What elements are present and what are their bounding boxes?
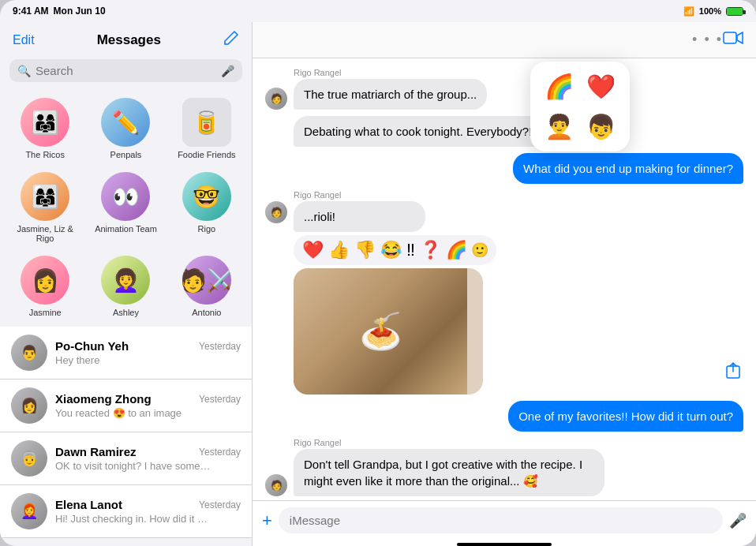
message-input[interactable]	[279, 507, 723, 533]
food-image	[294, 268, 467, 395]
sidebar: Edit Messages 🔍 🎤 👨‍👩‍👧 The Ricos ✏️	[0, 22, 253, 546]
reaction-popup: 🌈 ❤️ 🧑‍🦱 👦	[530, 62, 630, 151]
pinned-contact-foodie-friends[interactable]: 🥫 Foodie Friends	[168, 93, 245, 164]
contact-name-row-xiaomeng: Xiaomeng Zhong Yesterday	[55, 392, 241, 406]
contact-time-po-chun: Yesterday	[199, 341, 241, 352]
pinned-contact-the-ricos[interactable]: 👨‍👩‍👧 The Ricos	[6, 93, 84, 164]
message-6: Rigo Rangel 🧑 Don't tell Grandpa, but I …	[265, 438, 743, 496]
home-indicator	[457, 543, 552, 546]
react-smiley[interactable]: 🙂	[471, 241, 488, 259]
contact-info-elena: Elena Lanot Yesterday Hi! Just checking …	[55, 498, 241, 525]
contact-elena[interactable]: 👩‍🦰 Elena Lanot Yesterday Hi! Just check…	[0, 485, 252, 538]
pinned-name-rigo: Rigo	[198, 224, 216, 234]
contact-info-xiaomeng: Xiaomeng Zhong Yesterday You reacted 😍 t…	[55, 392, 241, 419]
reaction-person1[interactable]: 🧑‍🦱	[541, 110, 577, 144]
react-heart[interactable]: ❤️	[301, 239, 324, 261]
react-thumbsdown[interactable]: 👎	[354, 239, 376, 261]
share-button[interactable]	[723, 359, 743, 387]
bubble-2: Debating what to cook tonight. Everybody…	[294, 116, 561, 147]
sender-label-rigo: Rigo Rangel	[294, 68, 743, 77]
contact-name-xiaomeng: Xiaomeng Zhong	[55, 392, 152, 406]
battery-fill	[727, 8, 743, 15]
pinned-contact-antonio[interactable]: 🧑‍⚔️ Antonio	[168, 251, 245, 322]
sidebar-header: Edit Messages	[0, 22, 252, 54]
avatar-animation-team: 👀	[101, 172, 150, 221]
edit-button[interactable]: Edit	[13, 33, 35, 47]
avatar-xiaomeng: 👩	[11, 387, 47, 424]
search-icon: 🔍	[17, 65, 31, 77]
pinned-contact-penpals[interactable]: ✏️ Penpals	[87, 93, 164, 164]
bubble-3: What did you end up making for dinner?	[513, 153, 743, 184]
avatar-rigo: 🤓	[182, 172, 231, 221]
mic-icon[interactable]: 🎤	[221, 65, 234, 77]
sender-label-rigo-3: Rigo Rangel	[294, 438, 743, 447]
battery-bar	[726, 7, 743, 16]
reaction-person2[interactable]: 👦	[583, 110, 619, 144]
pinned-name-foodie-friends: Foodie Friends	[178, 150, 235, 159]
react-question[interactable]: ❓	[419, 239, 442, 261]
chat-panel: 🌈 ❤️ 🧑‍🦱 👦 • • • Rigo Rangel 🧑 Th	[253, 22, 756, 546]
pinned-contact-animation-team[interactable]: 👀 Animation Team	[87, 167, 164, 248]
pinned-name-the-ricos: The Ricos	[25, 150, 65, 159]
pinned-contact-jasmine-liz-rigo[interactable]: 👩‍👩‍👧 Jasmine, Liz & Rigo	[6, 167, 84, 248]
pinned-name-jasmine-liz-rigo: Jasmine, Liz & Rigo	[9, 224, 80, 243]
avatar-ashley: 👩‍🦱	[101, 256, 150, 305]
status-bar: 9:41 AM Mon Jun 10 📶 100%	[0, 0, 756, 22]
add-attachment-button[interactable]: +	[262, 510, 272, 531]
search-bar: 🔍 🎤	[9, 59, 242, 82]
pinned-name-jasmine: Jasmine	[29, 308, 62, 317]
time: 9:41 AM	[13, 6, 49, 17]
contact-name-row: Po-Chun Yeh Yesterday	[55, 339, 241, 353]
status-left: 9:41 AM Mon Jun 10	[13, 6, 106, 17]
pinned-name-animation-team: Animation Team	[95, 224, 157, 234]
sender-label-rigo-2: Rigo Rangel	[294, 190, 743, 200]
contact-preview-dawn: OK to visit tonight? I have some things …	[55, 460, 213, 472]
pinned-contact-rigo[interactable]: 🤓 Rigo	[168, 167, 245, 248]
contact-po-chun[interactable]: 👨 Po-Chun Yeh Yesterday Hey there	[0, 327, 252, 380]
avatar-foodie-friends: 🥫	[182, 98, 231, 147]
reaction-heart[interactable]: ❤️	[583, 69, 619, 103]
bubble-6: Don't tell Grandpa, but I got creative w…	[294, 449, 604, 496]
bubble-5: One of my favorites!! How did it turn ou…	[508, 401, 743, 432]
message-4: Rigo Rangel 🧑 ...rioli! ❤️ 👍 👎 😂 ‼️ ❓	[265, 190, 743, 395]
contact-preview-po-chun: Hey there	[55, 354, 213, 366]
avatar-dawn: 👵	[11, 440, 47, 477]
input-mic-button[interactable]: 🎤	[729, 512, 747, 529]
contact-name-po-chun: Po-Chun Yeh	[55, 339, 129, 353]
image-message	[294, 268, 483, 395]
sidebar-title: Messages	[97, 32, 161, 48]
contact-name-row-elena: Elena Lanot Yesterday	[55, 498, 241, 511]
contact-xiaomeng[interactable]: 👩 Xiaomeng Zhong Yesterday You reacted 😍…	[0, 380, 252, 432]
pinned-contact-jasmine[interactable]: 👩 Jasmine	[6, 251, 84, 322]
contact-name-dawn: Dawn Ramirez	[55, 445, 137, 458]
video-call-button[interactable]	[723, 31, 743, 49]
avatar-penpals: ✏️	[101, 98, 150, 147]
pinned-contact-ashley[interactable]: 👩‍🦱 Ashley	[87, 251, 164, 322]
chat-header: • • •	[253, 22, 756, 58]
contact-preview-elena: Hi! Just checking in. How did it go?	[55, 513, 213, 525]
contact-info-po-chun: Po-Chun Yeh Yesterday Hey there	[55, 339, 241, 366]
compose-button[interactable]	[223, 30, 239, 50]
msg-row-6: 🧑 Don't tell Grandpa, but I got creative…	[265, 449, 743, 496]
date: Mon Jun 10	[54, 6, 106, 17]
avatar-po-chun: 👨	[11, 335, 47, 371]
react-haha[interactable]: 😂	[380, 239, 402, 261]
avatar-antonio: 🧑‍⚔️	[182, 256, 231, 305]
react-rainbow[interactable]: 🌈	[445, 239, 468, 261]
avatar-jasmine-liz-rigo: 👩‍👩‍👧	[21, 172, 69, 221]
contact-dawn[interactable]: 👵 Dawn Ramirez Yesterday OK to visit ton…	[0, 432, 252, 485]
pinned-name-penpals: Penpals	[110, 150, 142, 159]
reaction-rainbow[interactable]: 🌈	[541, 69, 577, 103]
react-exclaim[interactable]: ‼️	[406, 239, 416, 261]
chat-messages: Rigo Rangel 🧑 The true matriarch of the …	[253, 58, 756, 500]
pinned-section: 👨‍👩‍👧 The Ricos ✏️ Penpals 🥫 Foodie Frie…	[0, 88, 252, 327]
msg-avatar-rigo-2: 🧑	[265, 201, 287, 223]
svg-rect-0	[724, 32, 736, 43]
react-thumbsup[interactable]: 👍	[327, 239, 350, 261]
battery-label: 100%	[699, 6, 721, 16]
bubble-1: The true matriarch of the group...	[294, 79, 487, 110]
input-bar: + 🎤	[253, 500, 756, 540]
search-input[interactable]	[36, 64, 216, 77]
avatar-the-ricos: 👨‍👩‍👧	[21, 98, 69, 147]
msg-avatar-rigo-3: 🧑	[265, 474, 287, 496]
